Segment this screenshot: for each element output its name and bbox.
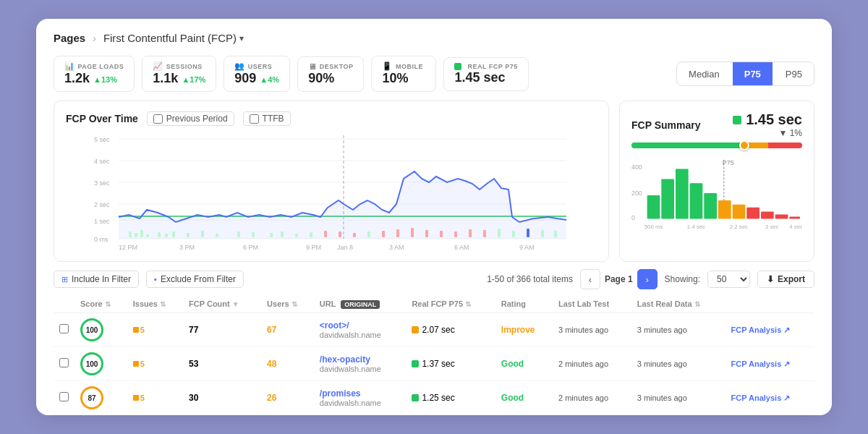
summary-change: ▼ 1% <box>733 128 802 138</box>
th-real-fcp[interactable]: Real FCP P75 ⇅ <box>406 295 495 313</box>
svg-text:6 PM: 6 PM <box>243 244 258 251</box>
th-fcp-count[interactable]: FCP Count ▼ <box>183 295 261 313</box>
svg-rect-38 <box>425 230 428 237</box>
pagination-info: 1-50 of 366 total items <box>487 274 573 284</box>
stat-desktop: 🖥 DESKTOP 90% <box>297 56 364 92</box>
row3-checkbox[interactable] <box>59 392 69 401</box>
stat-real-fcp: REAL FCP P75 1.45 sec <box>443 57 528 91</box>
fcp-dot <box>454 63 461 70</box>
mobile-icon: 📱 <box>382 61 393 71</box>
showing-select[interactable]: 50 25 100 <box>707 271 750 288</box>
th-last-lab: Last Lab Test <box>553 295 631 313</box>
last-real-3: 3 minutes ago <box>637 393 687 402</box>
top-nav: Pages › First Contentful Paint (FCP) ▾ <box>36 19 832 51</box>
svg-text:1.4 sec: 1.4 sec <box>687 224 705 230</box>
real-fcp-2: 1.37 sec <box>412 359 489 369</box>
svg-text:P75: P75 <box>723 159 734 166</box>
table-section: ⊞ Include In Filter ▪ Exclude From Filte… <box>36 262 832 415</box>
breadcrumb-chevron: › <box>93 33 96 44</box>
th-checkbox <box>54 295 75 313</box>
svg-rect-26 <box>252 232 255 237</box>
users-1: 67 <box>261 313 314 347</box>
prev-page-btn[interactable]: ‹ <box>580 269 600 289</box>
score-circle-1: 100 <box>80 318 103 341</box>
exclude-icon: ▪ <box>154 275 157 284</box>
svg-rect-71 <box>789 217 800 219</box>
svg-text:5 sec: 5 sec <box>94 136 110 143</box>
url-1[interactable]: <root>/ <box>320 320 401 331</box>
fcp-analysis-2[interactable]: FCP Analysis ↗ <box>731 359 809 369</box>
svg-text:9 AM: 9 AM <box>519 244 535 251</box>
ttfb-checkbox[interactable] <box>250 114 259 124</box>
svg-rect-32 <box>339 231 341 237</box>
svg-rect-62 <box>661 179 674 218</box>
svg-rect-45 <box>527 229 529 237</box>
users-3: 26 <box>261 381 314 415</box>
tab-p95[interactable]: P95 <box>774 62 814 85</box>
rating-3: Good <box>501 393 524 403</box>
ttfb-toggle[interactable]: TTFB <box>243 111 291 126</box>
include-icon: ⊞ <box>61 275 68 284</box>
svg-rect-40 <box>454 231 457 237</box>
svg-rect-22 <box>187 233 190 237</box>
svg-text:3 PM: 3 PM <box>179 244 195 251</box>
issue-count-2: 5 <box>133 359 177 368</box>
previous-period-toggle[interactable]: Previous Period <box>147 111 234 126</box>
fcp-summary-panel: FCP Summary 1.45 sec ▼ 1% 400 200 0 <box>619 101 814 262</box>
tab-p75[interactable]: P75 <box>733 62 773 85</box>
svg-text:2 sec: 2 sec <box>94 201 110 208</box>
svg-rect-34 <box>367 231 370 237</box>
svg-rect-39 <box>440 231 443 237</box>
breadcrumb-pages: Pages <box>54 32 85 44</box>
issue-count-3: 5 <box>133 393 177 402</box>
fcp-line-chart: 5 sec 4 sec 3 sec 2 sec 1 sec 0 ms <box>66 132 597 251</box>
fcp-analysis-3[interactable]: FCP Analysis ↗ <box>731 393 809 403</box>
svg-rect-63 <box>676 169 689 219</box>
row1-checkbox[interactable] <box>59 324 69 333</box>
score-circle-2: 100 <box>80 352 103 375</box>
svg-rect-36 <box>396 229 399 237</box>
previous-period-checkbox[interactable] <box>153 114 163 124</box>
external-icon-1: ↗ <box>783 326 790 335</box>
svg-text:3 sec: 3 sec <box>765 224 779 230</box>
next-page-btn[interactable]: › <box>637 269 658 289</box>
fcp-analysis-1[interactable]: FCP Analysis ↗ <box>731 326 809 335</box>
url-3[interactable]: /promises <box>320 388 401 399</box>
real-fcp-3: 1.25 sec <box>412 393 489 403</box>
url-2[interactable]: /hex-opacity <box>320 354 401 365</box>
svg-rect-31 <box>324 231 327 237</box>
svg-rect-69 <box>761 212 774 219</box>
svg-rect-21 <box>172 231 175 237</box>
fcp-histogram: 400 200 0 P75 <box>631 156 802 235</box>
fcp-dropdown-arrow[interactable]: ▾ <box>239 33 244 43</box>
svg-text:9 PM: 9 PM <box>306 244 321 251</box>
svg-rect-64 <box>690 183 703 218</box>
svg-text:400: 400 <box>631 163 642 171</box>
svg-text:1 sec: 1 sec <box>94 218 110 225</box>
th-users[interactable]: Users ⇅ <box>261 295 314 313</box>
fcp-progress-bar <box>631 142 802 148</box>
table-row: 100 5 77 67 <root>/ davidwalsh.name <box>54 313 814 347</box>
svg-rect-19 <box>158 232 161 237</box>
external-icon-3: ↗ <box>783 393 790 403</box>
export-btn[interactable]: ⬇ Export <box>757 271 814 288</box>
exclude-filter-btn[interactable]: ▪ Exclude From Filter <box>146 271 244 288</box>
svg-rect-65 <box>704 193 717 218</box>
tab-median[interactable]: Median <box>677 62 731 85</box>
last-lab-2: 2 minutes ago <box>558 359 608 368</box>
fcp-chart-panel: FCP Over Time Previous Period TTFB 5 sec… <box>54 101 609 262</box>
last-lab-1: 3 minutes ago <box>558 326 608 334</box>
breadcrumb-fcp[interactable]: First Contentful Paint (FCP) ▾ <box>103 32 244 44</box>
last-real-1: 3 minutes ago <box>637 326 687 334</box>
issue-count-1: 5 <box>133 326 177 334</box>
real-fcp-1: 2.07 sec <box>412 325 489 335</box>
svg-rect-35 <box>382 231 385 237</box>
th-last-real[interactable]: Last Real Data ⇅ <box>631 295 726 313</box>
svg-text:4 sec: 4 sec <box>789 224 802 230</box>
include-filter-btn[interactable]: ⊞ Include In Filter <box>54 271 139 288</box>
svg-text:3 sec: 3 sec <box>94 179 110 187</box>
th-issues: Issues ⇅ <box>127 295 183 313</box>
svg-rect-17 <box>140 230 143 237</box>
row2-checkbox[interactable] <box>59 358 69 367</box>
users-icon: 👥 <box>234 61 245 71</box>
